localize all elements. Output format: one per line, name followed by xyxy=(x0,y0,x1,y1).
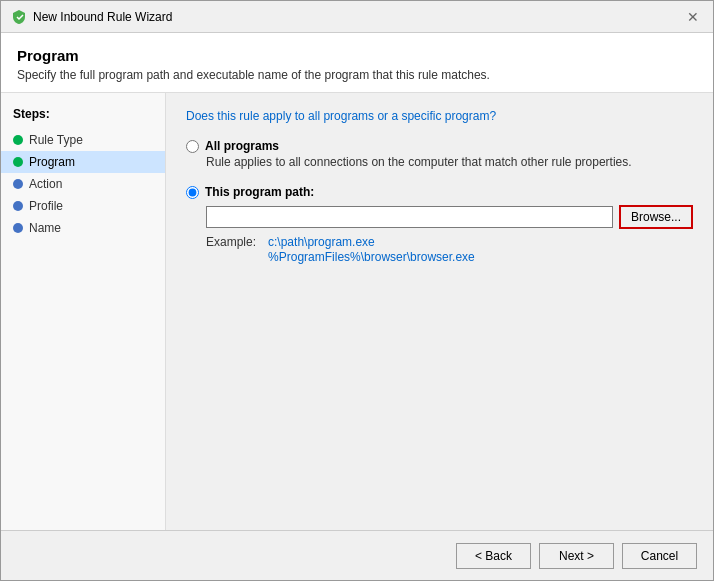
all-programs-label: All programs xyxy=(205,139,279,153)
browse-button[interactable]: Browse... xyxy=(619,205,693,229)
sidebar-label-action: Action xyxy=(29,177,62,191)
example-value-1: c:\path\program.exe xyxy=(268,235,475,249)
option-this-program: This program path: Browse... Example: c:… xyxy=(186,185,693,264)
question-text: Does this rule apply to all programs or … xyxy=(186,109,693,123)
page-heading: Program xyxy=(17,47,697,64)
sidebar: Steps: Rule Type Program Action Profile … xyxy=(1,93,166,530)
example-value-2: %ProgramFiles%\browser\browser.exe xyxy=(268,250,475,264)
example-values: c:\path\program.exe %ProgramFiles%\brows… xyxy=(268,235,475,264)
sidebar-item-profile[interactable]: Profile xyxy=(1,195,165,217)
dot-icon-action xyxy=(13,179,23,189)
all-programs-description: Rule applies to all connections on the c… xyxy=(206,155,693,169)
sidebar-item-rule-type[interactable]: Rule Type xyxy=(1,129,165,151)
radio-label-all-programs[interactable]: All programs xyxy=(186,139,693,153)
example-section: Example: c:\path\program.exe %ProgramFil… xyxy=(206,235,693,264)
dialog-window: New Inbound Rule Wizard ✕ Program Specif… xyxy=(0,0,714,581)
sidebar-label-rule-type: Rule Type xyxy=(29,133,83,147)
sidebar-label-name: Name xyxy=(29,221,61,235)
shield-icon xyxy=(11,9,27,25)
dot-icon-profile xyxy=(13,201,23,211)
option-all-programs: All programs Rule applies to all connect… xyxy=(186,139,693,169)
sidebar-label-program: Program xyxy=(29,155,75,169)
dot-icon-name xyxy=(13,223,23,233)
program-path-row: Browse... xyxy=(206,205,693,229)
cancel-button[interactable]: Cancel xyxy=(622,543,697,569)
page-description: Specify the full program path and execut… xyxy=(17,68,697,82)
back-button[interactable]: < Back xyxy=(456,543,531,569)
close-button[interactable]: ✕ xyxy=(683,7,703,27)
sidebar-label-profile: Profile xyxy=(29,199,63,213)
radio-this-program[interactable] xyxy=(186,186,199,199)
example-label: Example: xyxy=(206,235,256,264)
dot-icon-rule-type xyxy=(13,135,23,145)
radio-label-this-program[interactable]: This program path: xyxy=(186,185,693,199)
main-content: Does this rule apply to all programs or … xyxy=(166,93,713,530)
dialog-header: Program Specify the full program path an… xyxy=(1,33,713,93)
dialog-body: Steps: Rule Type Program Action Profile … xyxy=(1,93,713,530)
radio-group: All programs Rule applies to all connect… xyxy=(186,139,693,264)
sidebar-item-name[interactable]: Name xyxy=(1,217,165,239)
sidebar-item-program[interactable]: Program xyxy=(1,151,165,173)
title-bar: New Inbound Rule Wizard ✕ xyxy=(1,1,713,33)
title-text: New Inbound Rule Wizard xyxy=(33,10,172,24)
sidebar-steps-label: Steps: xyxy=(1,103,165,129)
dialog-footer: < Back Next > Cancel xyxy=(1,530,713,580)
title-bar-left: New Inbound Rule Wizard xyxy=(11,9,172,25)
example-row: Example: c:\path\program.exe %ProgramFil… xyxy=(206,235,693,264)
next-button[interactable]: Next > xyxy=(539,543,614,569)
dot-icon-program xyxy=(13,157,23,167)
program-path-input[interactable] xyxy=(206,206,613,228)
sidebar-item-action[interactable]: Action xyxy=(1,173,165,195)
this-program-label: This program path: xyxy=(205,185,314,199)
radio-all-programs[interactable] xyxy=(186,140,199,153)
